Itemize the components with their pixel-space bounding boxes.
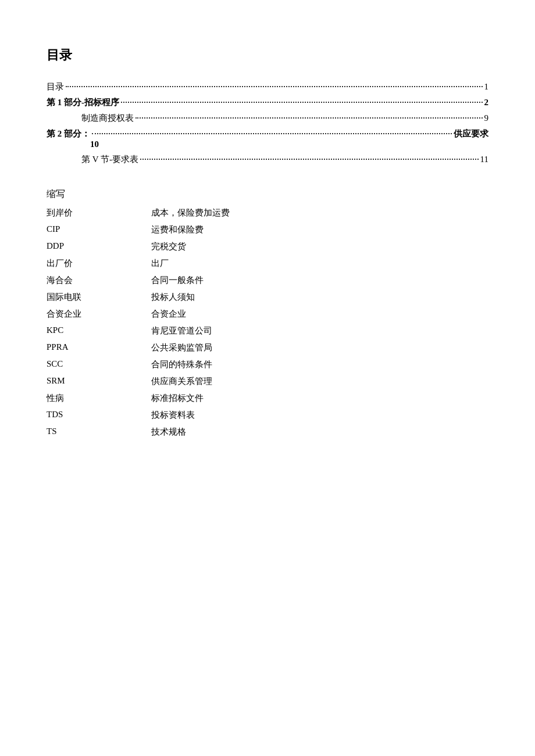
abbrev-def-13: 技术规格 [151, 427, 488, 438]
toc-part2-top: 供应要求 [90, 128, 488, 139]
abbrev-row-2: DDP 完税交货 [47, 241, 488, 252]
abbrev-term-5: 国际电联 [47, 292, 151, 303]
abbrev-def-9: 合同的特殊条件 [151, 359, 488, 370]
abbrev-term-10: SRM [47, 376, 151, 387]
abbrev-def-11: 标准招标文件 [151, 393, 488, 404]
toc-label-mulu: 目录 [47, 81, 64, 92]
page-title: 目录 [47, 46, 488, 64]
toc-label-part1: 第 1 部分-招标程序 [47, 97, 119, 108]
abbrev-row-13: TS 技术规格 [47, 427, 488, 438]
toc-page-part1: 2 [484, 98, 489, 108]
abbrev-term-9: SCC [47, 359, 151, 370]
abbrev-term-8: PPRA [47, 342, 151, 353]
toc-row-mulu: 目录 1 [47, 81, 488, 92]
toc-dots-part2 [92, 133, 452, 134]
abbrev-row-6: 合资企业 合资企业 [47, 309, 488, 320]
table-of-contents: 目录 1 第 1 部分-招标程序 2 制造商授权表 9 第 2 部分： 供应要求… [47, 81, 488, 165]
abbrev-def-5: 投标人须知 [151, 292, 488, 303]
abbrev-row-1: CIP 运费和保险费 [47, 224, 488, 235]
toc-dots-sectionV [140, 159, 478, 160]
abbrev-row-5: 国际电联 投标人须知 [47, 292, 488, 303]
toc-page-manufacturer: 9 [484, 113, 489, 123]
toc-page-mulu: 1 [484, 82, 489, 92]
toc-dots-part1 [121, 102, 483, 103]
abbrev-row-10: SRM 供应商关系管理 [47, 376, 488, 387]
toc-page-part2-supply: 供应要求 [454, 128, 488, 139]
abbrev-term-13: TS [47, 427, 151, 438]
toc-label-part2: 第 2 部分： [47, 128, 90, 139]
toc-page-sectionV: 11 [480, 155, 488, 164]
toc-row-part2: 第 2 部分： 供应要求 10 [47, 128, 488, 149]
toc-label-sectionV: 第 V 节-要求表 [81, 154, 138, 165]
abbrev-row-9: SCC 合同的特殊条件 [47, 359, 488, 370]
toc-row-part1: 第 1 部分-招标程序 2 [47, 97, 488, 108]
toc-label-manufacturer: 制造商授权表 [81, 113, 134, 124]
toc-row-manufacturer: 制造商授权表 9 [47, 113, 488, 124]
toc-row-sectionV: 第 V 节-要求表 11 [47, 154, 488, 165]
abbrev-term-3: 出厂价 [47, 258, 151, 269]
abbrev-term-4: 海合会 [47, 275, 151, 286]
abbrev-row-7: KPC 肯尼亚管道公司 [47, 325, 488, 336]
abbrev-def-12: 投标资料表 [151, 410, 488, 421]
abbrev-term-6: 合资企业 [47, 309, 151, 320]
abbrev-def-1: 运费和保险费 [151, 224, 488, 235]
abbrev-row-4: 海合会 合同一般条件 [47, 275, 488, 286]
abbrev-row-8: PPRA 公共采购监管局 [47, 342, 488, 353]
abbrev-term-0: 到岸价 [47, 207, 151, 218]
abbrev-term-12: TDS [47, 410, 151, 421]
toc-dots-mulu [66, 86, 483, 87]
abbrev-def-0: 成本，保险费加运费 [151, 207, 488, 218]
toc-part2-right: 供应要求 10 [90, 128, 488, 149]
toc-dots-manufacturer [135, 117, 483, 119]
abbrev-def-6: 合资企业 [151, 309, 488, 320]
abbrev-def-7: 肯尼亚管道公司 [151, 325, 488, 336]
abbrev-row-12: TDS 投标资料表 [47, 410, 488, 421]
abbrev-term-7: KPC [47, 325, 151, 336]
abbrev-row-0: 到岸价 成本，保险费加运费 [47, 207, 488, 218]
abbrev-def-3: 出厂 [151, 258, 488, 269]
abbrev-term-2: DDP [47, 241, 151, 252]
abbrev-row-3: 出厂价 出厂 [47, 258, 488, 269]
abbrev-term-1: CIP [47, 224, 151, 235]
abbrev-def-4: 合同一般条件 [151, 275, 488, 286]
abbrev-def-8: 公共采购监管局 [151, 342, 488, 353]
abbrev-row-11: 性病 标准招标文件 [47, 393, 488, 404]
abbrev-def-10: 供应商关系管理 [151, 376, 488, 387]
abbrev-def-2: 完税交货 [151, 241, 488, 252]
abbrev-term-11: 性病 [47, 393, 151, 404]
abbreviations-title: 缩写 [47, 188, 488, 200]
toc-page-part2-num: 10 [90, 139, 99, 149]
abbreviations-section: 缩写 到岸价 成本，保险费加运费 CIP 运费和保险费 DDP 完税交货 出厂价… [47, 188, 488, 438]
